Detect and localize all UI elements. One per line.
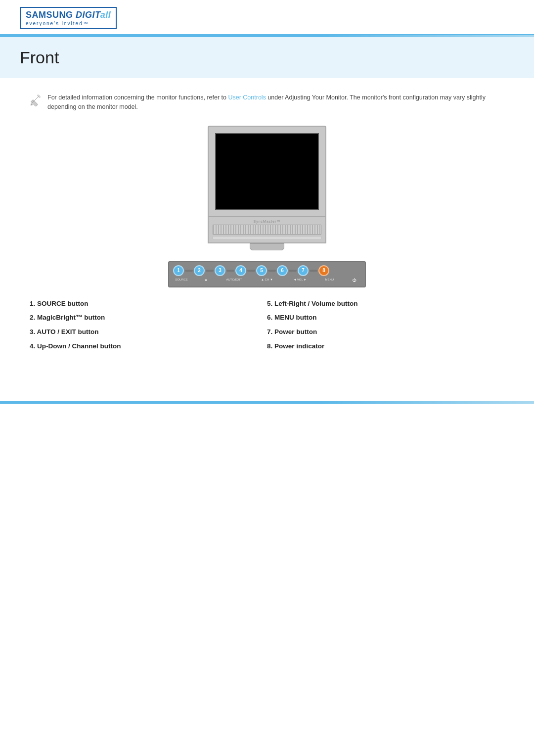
items-col-right: 5. Left-Right / Volume button 6. MENU bu… [267,299,504,357]
note-box: For detailed information concerning the … [30,93,504,112]
item-7-label: 7. Power button [267,328,317,335]
button-panel-top: 1 2 3 4 5 6 7 8 [173,265,361,276]
label-power: ⏻ [348,278,360,283]
item-6-label: 6. MENU button [267,314,317,321]
item-5: 5. Left-Right / Volume button [267,299,504,309]
monitor-drawing: SyncMaster™ [203,126,331,250]
label-source: SOURCE [174,278,189,281]
samsung-logo: SAMSUNG DIGITall [26,10,111,20]
item-4-label: 4. Up-Down / Channel button [30,342,121,350]
note-icon [30,94,43,106]
label-magicbright: ✿ [200,278,212,282]
monitor-stand [250,243,284,250]
monitor-screen [215,133,319,210]
panel-button-8[interactable]: 8 [318,265,329,276]
panel-button-6[interactable]: 6 [277,265,288,276]
logo-box: SAMSUNG DIGITall everyone's invited™ [20,7,117,29]
monitor-bottom-strip [213,236,321,240]
item-3: 3. AUTO / EXIT button [30,328,267,337]
item-4: 4. Up-Down / Channel button [30,342,267,351]
panel-sep-2 [206,270,214,272]
panel-sep-6 [289,270,297,272]
item-8-label: 8. Power indicator [267,342,324,350]
item-1: 1. SOURCE button [30,299,267,309]
items-list: 1. SOURCE button 2. MagicBright™ button … [30,299,504,357]
user-controls-link[interactable]: User Controls [228,94,266,101]
items-col-left: 1. SOURCE button 2. MagicBright™ button … [30,299,267,357]
item-6: 6. MENU button [267,313,504,323]
logo-digit-text: DIGIT [76,10,100,20]
panel-sep-5 [268,270,276,272]
label-menu: MENU [322,278,337,281]
label-ch: ▲ CH ▼ [256,278,278,281]
monitor-image-area: SyncMaster™ [30,126,504,250]
logo-container: SAMSUNG DIGITall everyone's invited™ [20,7,514,29]
note-text-before: For detailed information concerning the … [47,94,228,101]
panel-button-2[interactable]: 2 [194,265,205,276]
logo-all-text: all [100,10,111,20]
monitor-brand-text: SyncMaster™ [254,220,281,223]
page-title: Front [20,48,514,67]
header: SAMSUNG DIGITall everyone's invited™ [0,0,534,35]
button-panel-area: 1 2 3 4 5 6 7 8 [30,261,504,287]
item-5-label: 5. Left-Right / Volume button [267,300,357,307]
button-panel: 1 2 3 4 5 6 7 8 [168,261,366,287]
svg-marker-0 [31,103,33,105]
panel-button-4[interactable]: 4 [235,265,246,276]
monitor-lower-bezel: SyncMaster™ [208,217,326,243]
monitor-screen-bezel [208,126,326,217]
logo-tagline: everyone's invited™ [26,21,111,26]
panel-button-7[interactable]: 7 [298,265,309,276]
panel-button-5[interactable]: 5 [256,265,267,276]
item-2: 2. MagicBright™ button [30,313,267,323]
item-7: 7. Power button [267,328,504,337]
panel-sep-7 [310,270,317,272]
logo-samsung-text: SAMSUNG [26,10,76,20]
panel-sep-4 [247,270,255,272]
label-auto-exit: AUTO/EXIT [223,278,245,281]
panel-button-3[interactable]: 3 [215,265,225,276]
panel-labels-row: SOURCE ✿ AUTO/EXIT ▲ CH ▼ ◄ VOL ► MENU ⏻ [173,278,361,283]
monitor-speaker-grill [213,225,321,235]
panel-sep-3 [226,270,234,272]
footer-bar [0,401,534,404]
item-1-label: 1. SOURCE button [30,300,89,307]
main-content: For detailed information concerning the … [0,78,534,371]
note-text: For detailed information concerning the … [47,93,504,112]
label-vol: ◄ VOL ► [289,278,311,281]
item-2-label: 2. MagicBright™ button [30,314,105,321]
panel-sep-1 [185,270,193,272]
page-title-area: Front [0,37,534,78]
note-svg-icon [30,94,43,106]
item-8: 8. Power indicator [267,342,504,351]
svg-line-3 [32,95,40,103]
item-3-label: 3. AUTO / EXIT button [30,328,99,335]
panel-button-1[interactable]: 1 [173,265,184,276]
